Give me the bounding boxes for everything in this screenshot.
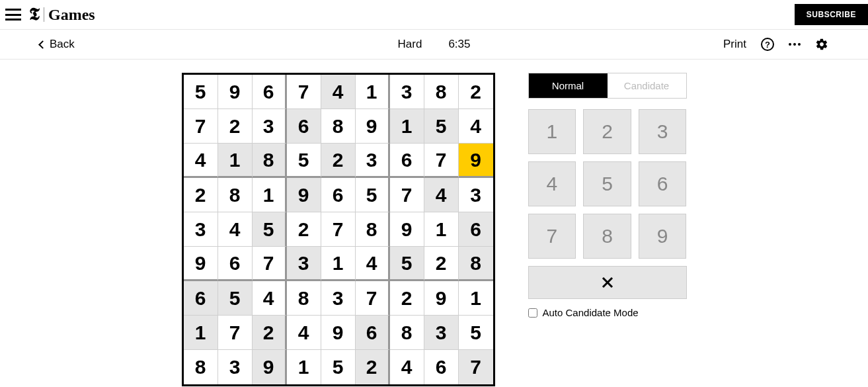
- cell-4-4[interactable]: 7: [321, 212, 356, 247]
- cell-4-5[interactable]: 8: [356, 212, 390, 247]
- cell-8-4[interactable]: 5: [321, 350, 356, 384]
- cell-0-2[interactable]: 6: [253, 75, 287, 109]
- cell-4-1[interactable]: 4: [218, 212, 253, 247]
- cell-8-1[interactable]: 3: [218, 350, 253, 384]
- cell-7-8[interactable]: 5: [459, 316, 493, 350]
- cell-4-2[interactable]: 5: [253, 212, 287, 247]
- cell-7-2[interactable]: 2: [253, 316, 287, 350]
- erase-button[interactable]: [528, 266, 687, 299]
- cell-0-3[interactable]: 7: [287, 75, 321, 109]
- cell-8-2[interactable]: 9: [253, 350, 287, 384]
- numpad-6[interactable]: 6: [639, 161, 687, 206]
- cell-6-2[interactable]: 4: [253, 281, 287, 316]
- cell-4-6[interactable]: 9: [390, 212, 424, 247]
- numpad-1[interactable]: 1: [528, 109, 576, 154]
- cell-4-8[interactable]: 6: [459, 212, 493, 247]
- logo[interactable]: 𝕿 Games: [29, 5, 95, 24]
- cell-0-4[interactable]: 4: [321, 75, 356, 109]
- cell-3-0[interactable]: 2: [184, 178, 218, 212]
- cell-1-3[interactable]: 6: [287, 109, 321, 144]
- menu-icon[interactable]: [5, 9, 21, 21]
- cell-6-0[interactable]: 6: [184, 281, 218, 316]
- cell-2-3[interactable]: 5: [287, 144, 321, 178]
- numpad-5[interactable]: 5: [583, 161, 631, 206]
- cell-8-7[interactable]: 6: [424, 350, 459, 384]
- cell-0-1[interactable]: 9: [218, 75, 253, 109]
- cell-2-2[interactable]: 8: [253, 144, 287, 178]
- cell-8-3[interactable]: 1: [287, 350, 321, 384]
- cell-6-6[interactable]: 2: [390, 281, 424, 316]
- cell-2-0[interactable]: 4: [184, 144, 218, 178]
- cell-7-6[interactable]: 8: [390, 316, 424, 350]
- cell-1-5[interactable]: 9: [356, 109, 390, 144]
- cell-6-5[interactable]: 7: [356, 281, 390, 316]
- tab-normal[interactable]: Normal: [529, 73, 608, 98]
- cell-1-4[interactable]: 8: [321, 109, 356, 144]
- cell-3-2[interactable]: 1: [253, 178, 287, 212]
- cell-7-0[interactable]: 1: [184, 316, 218, 350]
- cell-8-0[interactable]: 8: [184, 350, 218, 384]
- cell-1-1[interactable]: 2: [218, 109, 253, 144]
- cell-5-6[interactable]: 5: [390, 247, 424, 281]
- cell-1-7[interactable]: 5: [424, 109, 459, 144]
- more-icon[interactable]: [789, 43, 801, 46]
- gear-icon[interactable]: [815, 38, 828, 51]
- timer[interactable]: 6:35: [448, 38, 470, 51]
- cell-0-0[interactable]: 5: [184, 75, 218, 109]
- cell-7-1[interactable]: 7: [218, 316, 253, 350]
- subscribe-button[interactable]: SUBSCRIBE: [795, 4, 868, 25]
- cell-2-1[interactable]: 1: [218, 144, 253, 178]
- cell-1-2[interactable]: 3: [253, 109, 287, 144]
- numpad-7[interactable]: 7: [528, 214, 576, 259]
- cell-6-7[interactable]: 9: [424, 281, 459, 316]
- print-button[interactable]: Print: [723, 38, 746, 51]
- cell-5-2[interactable]: 7: [253, 247, 287, 281]
- auto-candidate-checkbox[interactable]: [528, 308, 537, 318]
- cell-4-3[interactable]: 2: [287, 212, 321, 247]
- cell-6-1[interactable]: 5: [218, 281, 253, 316]
- cell-6-4[interactable]: 3: [321, 281, 356, 316]
- back-button[interactable]: Back: [40, 38, 75, 51]
- cell-3-5[interactable]: 5: [356, 178, 390, 212]
- cell-1-0[interactable]: 7: [184, 109, 218, 144]
- cell-7-7[interactable]: 3: [424, 316, 459, 350]
- cell-3-6[interactable]: 7: [390, 178, 424, 212]
- cell-3-3[interactable]: 9: [287, 178, 321, 212]
- cell-0-6[interactable]: 3: [390, 75, 424, 109]
- numpad-8[interactable]: 8: [583, 214, 631, 259]
- cell-2-6[interactable]: 6: [390, 144, 424, 178]
- cell-3-7[interactable]: 4: [424, 178, 459, 212]
- cell-0-5[interactable]: 1: [356, 75, 390, 109]
- cell-8-6[interactable]: 4: [390, 350, 424, 384]
- cell-5-8[interactable]: 8: [459, 247, 493, 281]
- help-icon[interactable]: ?: [761, 38, 774, 51]
- cell-7-3[interactable]: 4: [287, 316, 321, 350]
- cell-2-5[interactable]: 3: [356, 144, 390, 178]
- cell-7-5[interactable]: 6: [356, 316, 390, 350]
- cell-0-7[interactable]: 8: [424, 75, 459, 109]
- cell-5-0[interactable]: 9: [184, 247, 218, 281]
- tab-candidate[interactable]: Candidate: [608, 73, 686, 98]
- cell-5-3[interactable]: 3: [287, 247, 321, 281]
- cell-5-5[interactable]: 4: [356, 247, 390, 281]
- numpad-9[interactable]: 9: [639, 214, 687, 259]
- cell-4-0[interactable]: 3: [184, 212, 218, 247]
- cell-1-6[interactable]: 1: [390, 109, 424, 144]
- numpad-4[interactable]: 4: [528, 161, 576, 206]
- cell-3-4[interactable]: 6: [321, 178, 356, 212]
- cell-3-8[interactable]: 3: [459, 178, 493, 212]
- numpad-2[interactable]: 2: [583, 109, 631, 154]
- cell-8-5[interactable]: 2: [356, 350, 390, 384]
- cell-6-3[interactable]: 8: [287, 281, 321, 316]
- cell-7-4[interactable]: 9: [321, 316, 356, 350]
- cell-8-8[interactable]: 7: [459, 350, 493, 384]
- cell-2-8[interactable]: 9: [459, 144, 493, 178]
- cell-5-4[interactable]: 1: [321, 247, 356, 281]
- auto-candidate-toggle[interactable]: Auto Candidate Mode: [528, 307, 687, 318]
- cell-4-7[interactable]: 1: [424, 212, 459, 247]
- cell-5-7[interactable]: 2: [424, 247, 459, 281]
- cell-0-8[interactable]: 2: [459, 75, 493, 109]
- cell-1-8[interactable]: 4: [459, 109, 493, 144]
- cell-3-1[interactable]: 8: [218, 178, 253, 212]
- cell-2-4[interactable]: 2: [321, 144, 356, 178]
